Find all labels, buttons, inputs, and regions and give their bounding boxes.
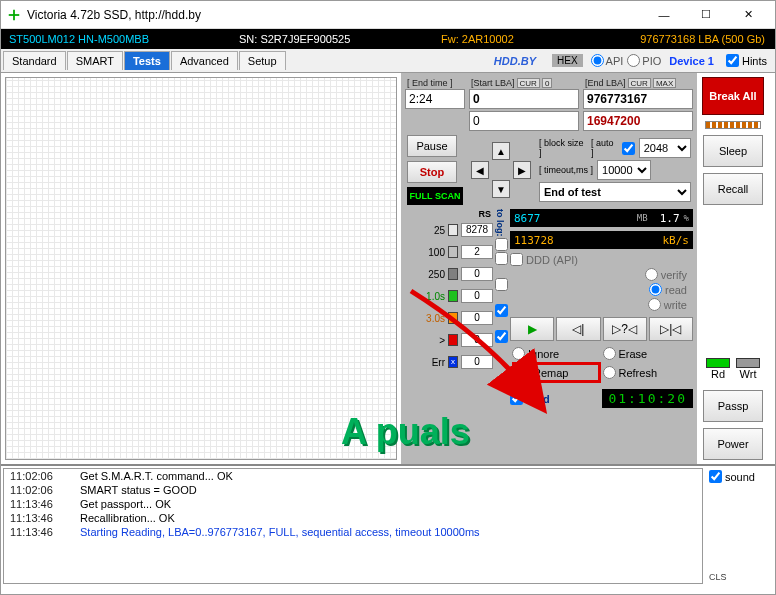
swatch-icon bbox=[448, 334, 458, 346]
end-time-field[interactable] bbox=[405, 89, 465, 109]
zero-button-1[interactable]: 0 bbox=[542, 78, 552, 88]
log-cb-0[interactable] bbox=[495, 238, 508, 251]
sleep-button[interactable]: Sleep bbox=[703, 135, 763, 167]
arrow-down-icon[interactable]: ▼ bbox=[492, 180, 510, 198]
break-all-button[interactable]: Break All bbox=[702, 77, 764, 115]
progress-bar bbox=[705, 121, 761, 129]
max-button[interactable]: MAX bbox=[653, 78, 676, 88]
sound-checkbox[interactable]: sound bbox=[709, 470, 755, 483]
tab-smart[interactable]: SMART bbox=[67, 51, 123, 70]
hex-toggle[interactable]: HEX bbox=[552, 54, 583, 67]
end-lba-input-2[interactable] bbox=[583, 111, 693, 131]
control-panel: [ End time ] [Start LBA] CUR 0 [End LBA]… bbox=[401, 73, 697, 464]
remap-radio[interactable]: Remap bbox=[512, 362, 601, 383]
sound-column: sound CLS bbox=[705, 466, 775, 586]
drive-firmware: Fw: 2AR10002 bbox=[411, 33, 544, 45]
tab-setup[interactable]: Setup bbox=[239, 51, 286, 70]
log-cb-4[interactable] bbox=[495, 330, 508, 343]
start-lba-input-2[interactable] bbox=[469, 111, 579, 131]
full-scan-indicator: FULL SCAN bbox=[407, 187, 463, 205]
end-of-test-select[interactable]: End of test bbox=[539, 182, 691, 202]
random-button[interactable]: ▷?◁ bbox=[603, 317, 647, 341]
log-cb-1[interactable] bbox=[495, 252, 508, 265]
log-area: 11:02:06Get S.M.A.R.T. command... OK 11:… bbox=[1, 464, 775, 586]
start-lba-input[interactable] bbox=[469, 89, 579, 109]
timeout-select[interactable]: 10000 bbox=[597, 160, 651, 180]
hints-checkbox[interactable]: Hints bbox=[726, 54, 767, 67]
arrow-up-icon[interactable]: ▲ bbox=[492, 142, 510, 160]
svg-rect-1 bbox=[13, 9, 15, 20]
app-icon bbox=[7, 8, 21, 22]
tab-standard[interactable]: Standard bbox=[3, 51, 66, 70]
api-radio[interactable]: API bbox=[591, 54, 624, 67]
to-log-label: to log: bbox=[495, 209, 508, 237]
window-title: Victoria 4.72b SSD, http://hdd.by bbox=[27, 8, 643, 22]
tab-tests[interactable]: Tests bbox=[124, 51, 170, 70]
kbs-lcd: 113728 kB/s bbox=[510, 231, 693, 249]
ignore-radio[interactable]: Ignore bbox=[512, 347, 601, 360]
block-size-select[interactable]: 2048 bbox=[639, 138, 691, 158]
titlebar: Victoria 4.72b SSD, http://hdd.by — ☐ ✕ bbox=[1, 1, 775, 29]
lba-controls: [ End time ] [Start LBA] CUR 0 [End LBA]… bbox=[403, 75, 695, 133]
passp-button[interactable]: Passp bbox=[703, 390, 763, 422]
drive-info-bar: ST500LM012 HN-M500MBB SN: S2R7J9EF900525… bbox=[1, 29, 775, 49]
rd-indicator bbox=[706, 358, 730, 368]
drive-serial: SN: S2R7J9EF900525 bbox=[231, 33, 411, 45]
elapsed-timer: 01:10:20 bbox=[602, 389, 693, 408]
swatch-icon bbox=[448, 246, 458, 258]
ddd-label: DDD (API) bbox=[526, 254, 578, 266]
log-list[interactable]: 11:02:06Get S.M.A.R.T. command... OK 11:… bbox=[3, 468, 703, 584]
device-selector[interactable]: Device 1 bbox=[669, 55, 714, 67]
swatch-icon bbox=[448, 312, 458, 324]
power-button[interactable]: Power bbox=[703, 428, 763, 460]
arrow-right-icon[interactable]: ▶ bbox=[513, 161, 531, 179]
skip-back-button[interactable]: ◁| bbox=[556, 317, 600, 341]
refresh-radio[interactable]: Refresh bbox=[603, 362, 692, 383]
maximize-button[interactable]: ☐ bbox=[685, 4, 727, 26]
skip-fwd-button[interactable]: ▷|◁ bbox=[649, 317, 693, 341]
swatch-icon bbox=[448, 268, 458, 280]
surface-scan-grid[interactable] bbox=[5, 77, 397, 460]
drive-model: ST500LM012 HN-M500MBB bbox=[1, 33, 231, 45]
write-radio[interactable]: write bbox=[648, 298, 687, 311]
nav-arrows: ▲ ◀ ▶ ▼ bbox=[471, 142, 531, 198]
play-button[interactable]: ▶ bbox=[510, 317, 554, 341]
mb-lcd: 8677 MB 1.7 % bbox=[510, 209, 693, 227]
stop-button[interactable]: Stop bbox=[407, 161, 457, 183]
pause-button[interactable]: Pause bbox=[407, 135, 457, 157]
stats-panel: RS 258278 1002 2500 1.0s0 3.0s0 >0 Errx0… bbox=[403, 207, 695, 410]
erase-radio[interactable]: Erase bbox=[603, 347, 692, 360]
pio-radio[interactable]: PIO bbox=[627, 54, 661, 67]
minimize-button[interactable]: — bbox=[643, 4, 685, 26]
start-lba-label: [Start LBA] bbox=[471, 78, 515, 88]
read-radio[interactable]: read bbox=[649, 283, 687, 296]
auto-checkbox[interactable] bbox=[622, 142, 635, 155]
log-cb-3[interactable] bbox=[495, 304, 508, 317]
grid-label: Grid bbox=[527, 393, 550, 405]
error-mode-group: Ignore Erase Remap Refresh bbox=[510, 345, 693, 385]
swatch-icon bbox=[448, 290, 458, 302]
cur-button-1[interactable]: CUR bbox=[517, 78, 540, 88]
block-size-label: [ block size ] bbox=[539, 138, 587, 158]
recall-button[interactable]: Recall bbox=[703, 173, 763, 205]
ddd-checkbox[interactable] bbox=[510, 253, 523, 266]
arrow-left-icon[interactable]: ◀ bbox=[471, 161, 489, 179]
verify-radio[interactable]: verify bbox=[645, 268, 687, 281]
timeout-label: [ timeout,ms ] bbox=[539, 165, 593, 175]
wrt-indicator bbox=[736, 358, 760, 368]
hddby-link[interactable]: HDD.BY bbox=[494, 55, 536, 67]
cur-button-2[interactable]: CUR bbox=[628, 78, 651, 88]
swatch-icon bbox=[448, 224, 458, 236]
end-lba-input[interactable] bbox=[583, 89, 693, 109]
close-button[interactable]: ✕ bbox=[727, 4, 769, 26]
drive-lba: 976773168 LBA (500 Gb) bbox=[544, 33, 775, 45]
main-area: [ End time ] [Start LBA] CUR 0 [End LBA]… bbox=[1, 73, 775, 464]
auto-label: [ auto ] bbox=[591, 138, 618, 158]
tab-advanced[interactable]: Advanced bbox=[171, 51, 238, 70]
grid-checkbox[interactable] bbox=[510, 392, 523, 405]
swatch-icon: x bbox=[448, 356, 458, 368]
end-lba-label: [End LBA] bbox=[585, 78, 626, 88]
log-cb-2[interactable] bbox=[495, 278, 508, 291]
cls-button[interactable]: CLS bbox=[709, 572, 727, 582]
log-row: 11:02:06SMART status = GOOD bbox=[4, 483, 702, 497]
